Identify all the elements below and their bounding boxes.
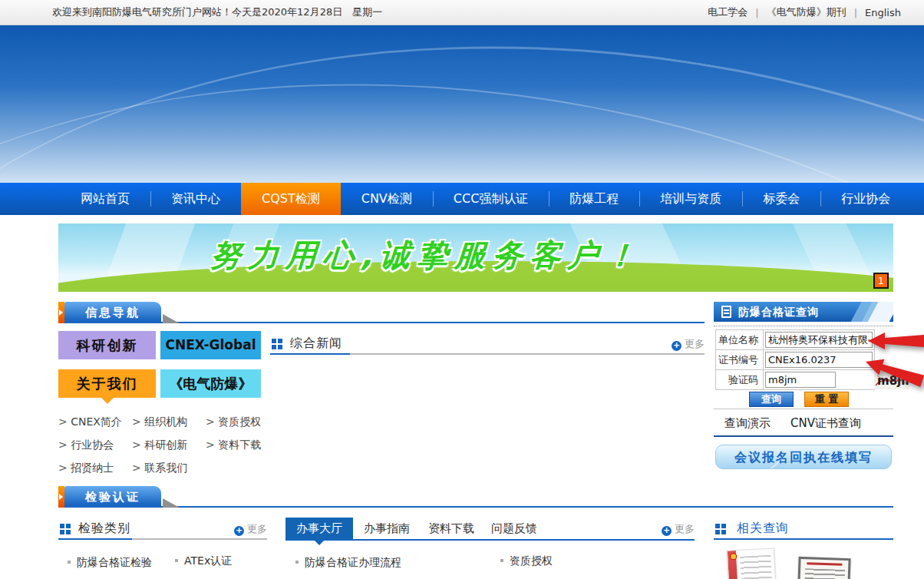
link-journal[interactable]: 《电气防爆》期刊 xyxy=(767,5,846,19)
nav-item-cnv[interactable]: CNV检测 xyxy=(341,183,433,215)
form-row-cert-no: 证书编号 xyxy=(716,350,875,370)
item-atex-certification[interactable]: ATEx认证 xyxy=(175,554,232,568)
accent-bar-icon xyxy=(58,302,64,323)
nav-item-cqst[interactable]: CQST检测 xyxy=(241,183,341,215)
sidebar-link-organization[interactable]: 组织机构 xyxy=(132,410,206,433)
service-tabs: 办事大厅 办事指南 资料下载 问题反馈 更多 xyxy=(285,518,695,541)
nav-item-association[interactable]: 行业协会 xyxy=(820,183,911,215)
thumbnail-title-line xyxy=(807,562,842,566)
tab-service-guide[interactable]: 办事指南 xyxy=(364,518,410,539)
button-about-us[interactable]: 关于我们 xyxy=(58,369,156,398)
grid-icon xyxy=(715,524,720,528)
meeting-signup-button[interactable]: 会议报名回执在线填写 xyxy=(715,445,892,469)
section-title-info-nav: 信息导航 xyxy=(64,302,161,323)
tab-service-hall[interactable]: 办事大厅 xyxy=(285,518,353,539)
banner-slogan: 努力用心,诚挚服务客户！ xyxy=(58,234,797,276)
thumbnail-text-lines xyxy=(804,568,845,579)
cert-query-panel: 防爆合格证查询 单位名称 证书编号 验证码 m8jm xyxy=(714,302,893,322)
cnv-cert-query-link[interactable]: CNV证书查询 xyxy=(790,416,861,431)
news-more-link[interactable]: 更多 xyxy=(672,337,705,351)
main-nav: 网站首页 资讯中心 CQST检测 CNV检测 CCC强制认证 防爆工程 培训与资… xyxy=(0,183,924,215)
fold-decoration xyxy=(163,498,180,508)
underline-accent xyxy=(58,538,132,540)
company-name-input[interactable] xyxy=(765,332,873,348)
service-more-link[interactable]: 更多 xyxy=(662,522,695,536)
reset-button[interactable]: 重 置 xyxy=(804,392,849,407)
cert-query-form: 单位名称 证书编号 验证码 m8jm xyxy=(715,329,875,390)
news-title: 综合新闻 xyxy=(290,336,342,352)
sidebar-link-cnex-intro[interactable]: CNEX简介 xyxy=(58,410,132,433)
section-strip-info-nav: 信息导航 xyxy=(58,302,705,323)
button-cnex-global[interactable]: CNEX-Global xyxy=(160,331,261,359)
certificate-icon xyxy=(721,306,731,318)
divider: | xyxy=(854,7,857,18)
nav-item-ccc[interactable]: CCC强制认证 xyxy=(433,183,549,215)
plus-icon xyxy=(234,526,244,536)
welcome-text: 欢迎来到南阳防爆电气研究所门户网站！今天是2020年12月28日 星期一 xyxy=(52,5,382,19)
section-title-inspection: 检验认证 xyxy=(64,486,161,508)
nav-item-engineering[interactable]: 防爆工程 xyxy=(549,183,639,215)
section-strip-inspection: 检验认证 xyxy=(58,486,893,508)
sidebar-link-list: CNEX简介 组织机构 资质授权 行业协会 科研创新 资料下载 招贤纳士 联系我… xyxy=(58,410,289,479)
item-cert-process[interactable]: 防爆合格证办理流程 xyxy=(295,556,401,568)
category-title: 检验类别 xyxy=(78,521,130,537)
plus-icon xyxy=(662,526,672,536)
form-row-captcha: 验证码 m8jm xyxy=(716,370,875,390)
accent-bar-icon xyxy=(58,486,64,508)
nav-item-news-center[interactable]: 资讯中心 xyxy=(150,183,241,215)
service-items: 防爆合格证办理流程 资质授权 xyxy=(295,554,695,570)
sidebar-link-downloads[interactable]: 资料下载 xyxy=(206,433,279,456)
news-section-header: 综合新闻 更多 xyxy=(270,334,705,355)
cert-no-label: 证书编号 xyxy=(716,350,764,370)
grid-icon xyxy=(60,524,64,528)
button-research-innovation[interactable]: 科研创新 xyxy=(58,331,156,359)
captcha-input[interactable] xyxy=(765,372,836,388)
sidebar-link-contact[interactable]: 联系我们 xyxy=(132,456,206,479)
page: 欢迎来到南阳防爆电气研究所门户网站！今天是2020年12月28日 星期一 电工学… xyxy=(0,0,924,579)
masthead-banner xyxy=(0,25,924,183)
divider: | xyxy=(755,7,758,18)
grid-icon xyxy=(272,339,276,343)
topbar: 欢迎来到南阳防爆电气研究所门户网站！今天是2020年12月28日 星期一 电工学… xyxy=(0,0,924,25)
captcha-image: m8jm xyxy=(874,371,909,389)
nav-item-home[interactable]: 网站首页 xyxy=(60,183,150,215)
query-links: 查询演示 CNV证书查询 xyxy=(714,416,893,433)
dotted-divider xyxy=(714,326,893,326)
category-section-header: 检验类别 更多 xyxy=(58,519,267,540)
category-items: 防爆合格证检验 ATEx认证 xyxy=(68,554,282,570)
underline-accent xyxy=(270,353,350,355)
svg-text:m8jm: m8jm xyxy=(877,374,909,388)
thumbnail-text-lines xyxy=(740,555,772,579)
query-demo-link[interactable]: 查询演示 xyxy=(724,416,771,431)
item-explosion-cert-inspection[interactable]: 防爆合格证检验 xyxy=(68,556,152,568)
cert-no-input[interactable] xyxy=(765,352,873,368)
nav-item-committee[interactable]: 标委会 xyxy=(742,183,820,215)
company-name-label: 单位名称 xyxy=(716,330,764,350)
nav-item-training[interactable]: 培训与资质 xyxy=(639,183,742,215)
fold-decoration xyxy=(163,314,180,323)
query-button[interactable]: 查询 xyxy=(749,392,794,407)
category-more-link[interactable]: 更多 xyxy=(234,522,267,536)
sidebar-link-association[interactable]: 行业协会 xyxy=(58,433,132,456)
tab-downloads[interactable]: 资料下载 xyxy=(428,518,474,539)
certificate-thumbnail-1[interactable] xyxy=(727,548,776,579)
promo-banner[interactable]: 努力用心,诚挚服务客户！ 1 xyxy=(58,223,893,292)
sidebar-link-qualification[interactable]: 资质授权 xyxy=(206,410,279,433)
divider xyxy=(714,409,893,409)
tab-feedback[interactable]: 问题反馈 xyxy=(491,518,537,539)
red-arrow-company-field xyxy=(868,333,924,349)
plus-icon xyxy=(672,341,681,351)
cert-query-title: 防爆合格证查询 xyxy=(738,306,819,318)
certificate-thumbnail-2[interactable] xyxy=(797,557,850,579)
related-title: 相关查询 xyxy=(737,521,789,537)
captcha-label: 验证码 xyxy=(716,370,764,390)
link-electro-society[interactable]: 电工学会 xyxy=(708,5,747,19)
button-journal[interactable]: 《电气防爆》 xyxy=(160,369,261,398)
carousel-page-badge[interactable]: 1 xyxy=(873,273,889,289)
sidebar-link-research[interactable]: 科研创新 xyxy=(132,433,206,456)
link-english[interactable]: English xyxy=(865,7,901,18)
cert-query-header: 防爆合格证查询 xyxy=(714,302,893,322)
topbar-links: 电工学会 | 《电气防爆》期刊 | English xyxy=(708,5,901,19)
sidebar-link-recruit[interactable]: 招贤纳士 xyxy=(58,456,132,479)
item-qualification-auth[interactable]: 资质授权 xyxy=(500,554,553,568)
